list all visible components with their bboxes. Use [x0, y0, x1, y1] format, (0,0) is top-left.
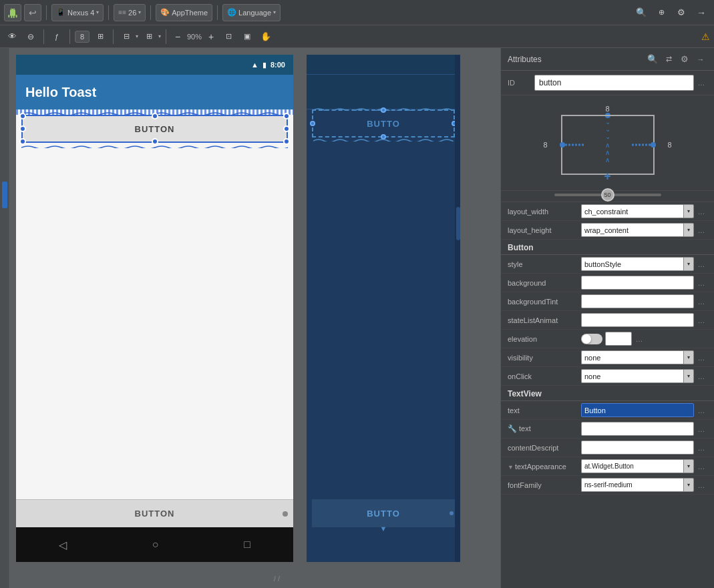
attr-onclick-dots[interactable]: … — [695, 370, 707, 382]
theme-label: AppTheme — [172, 9, 208, 17]
design-button[interactable]: BUTTON — [21, 115, 288, 143]
attr-style-arrow[interactable]: ▾ — [683, 257, 694, 271]
attr-onclick-arrow[interactable]: ▾ — [683, 369, 694, 383]
align-group: ⊟ ▾ — [118, 29, 138, 45]
attr-background-dots[interactable]: … — [695, 277, 707, 289]
attr-text-wrench-input[interactable] — [581, 422, 694, 436]
constraint-slider-track[interactable]: 50 — [554, 194, 661, 196]
grid-icon-btn[interactable]: ⊞ — [92, 29, 108, 45]
layout-width-value[interactable]: ch_constraint — [581, 204, 683, 218]
blueprint-bottom-button[interactable]: BUTTO — [312, 499, 455, 527]
handle-tl[interactable] — [19, 113, 26, 119]
fit-screen-icon-btn[interactable]: ⊡ — [220, 29, 236, 45]
elevation-row — [581, 332, 632, 346]
attr-background-input[interactable] — [581, 276, 694, 290]
attr-row-visibility: visibility none ▾ … — [501, 348, 714, 367]
elevation-toggle[interactable] — [581, 334, 602, 344]
layout-width-dots[interactable]: … — [695, 206, 707, 218]
search-icon-btn[interactable]: 🔍 — [633, 4, 650, 21]
undo-icon-btn[interactable]: ↩ — [24, 4, 41, 21]
attr-textappearance-dots[interactable]: … — [695, 461, 707, 473]
device-dropdown[interactable]: 📱 Nexus 4 ▾ — [51, 4, 104, 21]
attr-textappearance-value[interactable]: at.Widget.Button — [581, 459, 683, 473]
attr-fontfamily-value[interactable]: ns-serif-medium — [581, 478, 683, 492]
attr-statelistanimat-label: stateListAnimat — [508, 316, 581, 324]
pan-icon-btn[interactable]: ✋ — [258, 29, 274, 45]
attr-statelistanimat-dots[interactable]: … — [695, 314, 707, 326]
layout-height-value[interactable]: wrap_content — [581, 223, 683, 237]
bottom-button[interactable]: BUTTON — [16, 499, 293, 527]
attr-fontfamily-arrow[interactable]: ▾ — [683, 478, 694, 492]
device-screen-icon-btn[interactable]: ▣ — [239, 29, 255, 45]
api-dropdown[interactable]: ≡≡ 26 ▾ — [114, 4, 146, 21]
zoom-minus-btn[interactable]: − — [171, 30, 184, 43]
cd-handle-right[interactable] — [651, 142, 656, 148]
bp-handle-left[interactable] — [310, 121, 315, 126]
distribute-icon-btn[interactable]: ⊞ — [141, 29, 157, 45]
design-phone-preview: ▲ ▮ 8:00 Hello Toast — [16, 55, 293, 562]
cd-handle-left[interactable] — [560, 142, 565, 148]
cd-plus-icon[interactable]: + — [604, 170, 611, 184]
attr-id-dots[interactable]: … — [695, 77, 707, 89]
attr-text-dots[interactable]: … — [695, 404, 707, 416]
attr-contentdescript-dots[interactable]: … — [695, 442, 707, 454]
back-nav-icon[interactable]: ◁ — [59, 539, 67, 551]
constraint-slider-thumb[interactable]: 50 — [601, 188, 614, 202]
attr-settings-icon[interactable]: ⚙ — [678, 53, 691, 66]
attr-onclick-value[interactable]: none — [581, 369, 683, 383]
attr-style-value[interactable]: buttonStyle — [581, 257, 683, 271]
layout-height-dots[interactable]: … — [695, 224, 707, 236]
recent-nav-icon[interactable]: □ — [244, 539, 250, 551]
layout-width-arrow[interactable]: ▾ — [683, 204, 694, 218]
attr-collapse-icon[interactable]: → — [694, 53, 707, 66]
handle-top[interactable] — [152, 113, 158, 119]
attr-section-button-header: Button — [501, 240, 714, 255]
bp-handle-top[interactable] — [381, 107, 386, 113]
blueprint-scrollbar[interactable] — [455, 55, 460, 562]
curve-icon-btn[interactable]: ƒ — [49, 29, 65, 45]
attr-text-input[interactable] — [581, 403, 694, 417]
android-icon-btn[interactable] — [4, 4, 21, 21]
attr-text-wrench-dots[interactable]: … — [695, 423, 707, 435]
attr-visibility-dots[interactable]: … — [695, 352, 707, 364]
layout-height-arrow[interactable]: ▾ — [683, 223, 694, 237]
blueprint-selected-button[interactable]: BUTTO — [312, 109, 455, 137]
attr-fontfamily-dots[interactable]: … — [695, 479, 707, 491]
attr-search-icon[interactable]: 🔍 — [646, 53, 659, 66]
attr-elevation-dots[interactable]: … — [633, 333, 645, 345]
distribute-group: ⊞ ▾ — [141, 29, 161, 45]
attr-style-dots[interactable]: … — [695, 258, 707, 270]
zoom-plus-btn[interactable]: + — [204, 30, 218, 43]
close-panel-icon-btn[interactable]: → — [693, 4, 710, 21]
distribute-chevron[interactable]: ▾ — [158, 33, 161, 39]
align-chevron[interactable]: ▾ — [136, 33, 138, 39]
elevation-toggle-thumb — [582, 334, 591, 344]
attr-textappearance-arrow[interactable]: ▾ — [683, 459, 694, 473]
eye-icon-btn[interactable]: 👁 — [4, 29, 20, 45]
align-left-icon-btn[interactable]: ⊟ — [118, 29, 134, 45]
attr-visibility-value[interactable]: none — [581, 350, 683, 364]
attr-id-input[interactable] — [534, 75, 694, 91]
language-dropdown[interactable]: 🌐 Language ▾ — [222, 4, 281, 21]
attr-textappearance-select: at.Widget.Button ▾ — [581, 459, 694, 473]
handle-tr[interactable] — [283, 113, 290, 119]
magnet-icon-btn[interactable]: ⊖ — [23, 29, 39, 45]
separator-t2-3 — [113, 29, 114, 44]
elevation-input[interactable] — [605, 332, 632, 346]
handle-right[interactable] — [283, 125, 290, 132]
attr-id-row: ID … — [501, 71, 714, 95]
attr-contentdescript-input[interactable] — [581, 440, 694, 455]
attr-backgroundtint-dots[interactable]: … — [695, 296, 707, 308]
selected-button-container[interactable]: BUTTON — [21, 115, 288, 143]
theme-dropdown[interactable]: 🎨 AppTheme — [156, 4, 212, 21]
attr-statelistanimat-input[interactable] — [581, 313, 694, 327]
attr-visibility-arrow[interactable]: ▾ — [683, 350, 694, 364]
attr-arrow-icon[interactable]: ⇄ — [662, 53, 675, 66]
attr-backgroundtint-input[interactable] — [581, 294, 694, 308]
home-nav-icon[interactable]: ○ — [152, 539, 159, 551]
theme-icon: 🎨 — [160, 8, 170, 17]
handle-left[interactable] — [19, 125, 26, 132]
target-icon-btn[interactable]: ⊕ — [653, 4, 670, 21]
settings-icon-btn[interactable]: ⚙ — [673, 4, 690, 21]
margin-number[interactable]: 8 — [75, 31, 90, 43]
